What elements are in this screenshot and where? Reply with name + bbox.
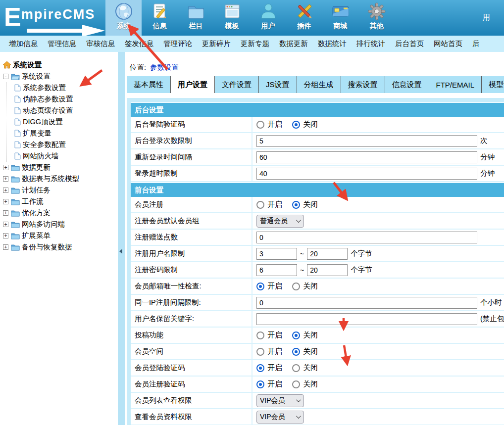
range-min-input[interactable] [256, 248, 297, 260]
menu-item[interactable]: 数据统计 [313, 39, 352, 48]
tree-folder-label: 系统设置 [22, 72, 50, 81]
tree-folder-collapsed[interactable]: +扩展菜单 [3, 230, 118, 241]
tab-模型设置[interactable]: 模型设置 [482, 76, 504, 93]
expand-node-icon[interactable]: + [3, 188, 8, 193]
chevron-down-icon [296, 218, 301, 223]
radio-关闭[interactable] [292, 380, 300, 388]
text-input[interactable] [256, 313, 477, 325]
tree-folder-collapsed[interactable]: +计划任务 [3, 185, 118, 196]
tree-folder-collapsed[interactable]: +数据表与系统模型 [3, 173, 118, 185]
menu-item[interactable]: 审核信息 [81, 39, 120, 48]
radio-option-label: 开启 [267, 331, 282, 340]
tree-leaf-item[interactable]: 伪静态参数设置 [6, 94, 118, 105]
nav-item-label: 信息 [153, 22, 167, 31]
text-input[interactable] [256, 297, 477, 309]
radio-关闭[interactable] [292, 364, 300, 372]
radio-开启[interactable] [256, 364, 264, 372]
nav-item[interactable]: 模板 [214, 0, 250, 36]
tree-root-label: 系统设置 [13, 60, 42, 70]
menu-item[interactable]: 排行统计 [352, 39, 390, 48]
tree-leaf-item[interactable]: 网站防火墙 [6, 150, 118, 162]
radio-关闭[interactable] [292, 201, 300, 209]
tab-基本属性[interactable]: 基本属性 [127, 76, 171, 93]
nav-item[interactable]: 信息 [142, 0, 178, 36]
tree-leaf-item[interactable]: 系统参数设置 [6, 82, 118, 94]
menu-item[interactable]: 更新碎片 [197, 39, 236, 48]
tab-信息设置[interactable]: 信息设置 [385, 76, 429, 93]
radio-开启[interactable] [256, 283, 264, 290]
tree-folder-open[interactable]: -系统设置 [3, 71, 118, 82]
text-input[interactable] [256, 168, 477, 180]
tree-folder-collapsed[interactable]: +数据更新 [3, 162, 118, 173]
tree-leaf-label: 系统参数设置 [23, 83, 66, 93]
radio-关闭[interactable] [292, 283, 300, 290]
row-value: 普通会员 [252, 213, 504, 229]
collapse-sidebar-icon[interactable] [119, 249, 122, 254]
radio-开启[interactable] [256, 331, 264, 339]
nav-item[interactable]: 插件 [286, 0, 322, 36]
menu-item[interactable]: 后 [467, 39, 485, 48]
range-max-input[interactable] [307, 248, 348, 260]
radio-option-label: 开启 [267, 282, 282, 291]
radio-开启[interactable] [256, 121, 264, 129]
expand-node-icon[interactable]: + [3, 210, 8, 216]
radio-开启[interactable] [256, 201, 264, 209]
tree-leaf-item[interactable]: 动态页缓存设置 [6, 105, 118, 116]
tab-分组生成[interactable]: 分组生成 [297, 76, 341, 93]
tree-root-item[interactable]: 系统设置 [3, 59, 118, 71]
range-min-input[interactable] [256, 264, 297, 276]
expand-node-icon[interactable]: + [3, 233, 8, 238]
tree-leaf-item[interactable]: 安全参数配置 [6, 139, 118, 150]
tree-folder-label: 数据表与系统模型 [22, 174, 79, 184]
menu-item[interactable]: 更新专题 [236, 39, 274, 48]
expand-node-icon[interactable]: + [3, 244, 8, 250]
expand-node-icon[interactable]: + [3, 199, 8, 204]
text-input[interactable] [256, 151, 477, 163]
select-dropdown[interactable]: 普通会员 [256, 215, 304, 228]
tree-leaf-item[interactable]: 扩展变量 [6, 128, 118, 139]
text-input[interactable] [256, 232, 477, 243]
collapse-node-icon[interactable]: - [3, 74, 8, 79]
expand-node-icon[interactable]: + [3, 222, 8, 227]
nav-item[interactable]: 其他 [358, 0, 395, 36]
menu-item[interactable]: 签发信息 [120, 39, 158, 48]
tab-用户设置[interactable]: 用户设置 [171, 76, 215, 93]
menu-item[interactable]: 管理评论 [158, 39, 197, 48]
expand-node-icon[interactable]: + [3, 176, 8, 182]
nav-item-label: 商城 [334, 22, 348, 31]
expand-node-icon[interactable]: + [3, 165, 8, 170]
tab-FTP/EMAIL[interactable]: FTP/EMAIL [429, 76, 482, 93]
nav-item-label: 用户 [261, 22, 275, 31]
nav-item[interactable]: 系统 [105, 0, 142, 36]
tab-JS设置[interactable]: JS设置 [259, 76, 297, 93]
nav-item[interactable]: 栏目 [178, 0, 214, 36]
menu-item[interactable]: 增加信息 [4, 39, 43, 48]
menu-item[interactable]: 网站首页 [429, 39, 467, 48]
select-dropdown[interactable]: VIP会员 [256, 394, 304, 407]
row-value: 开启关闭 [252, 344, 504, 359]
tree-folder-collapsed[interactable]: +网站多访问端 [3, 219, 118, 230]
tree-leaf-item[interactable]: DIGG顶设置 [6, 116, 118, 128]
tab-搜索设置[interactable]: 搜索设置 [341, 76, 385, 93]
radio-关闭[interactable] [292, 331, 300, 339]
range-max-input[interactable] [307, 264, 348, 276]
menu-item[interactable]: 管理信息 [43, 39, 81, 48]
tree-folder-collapsed[interactable]: +备份与恢复数据 [3, 241, 118, 253]
menu-item[interactable]: 后台首页 [390, 39, 429, 48]
sidebar-splitter[interactable] [118, 52, 125, 425]
select-dropdown[interactable]: VIP会员 [256, 411, 304, 424]
radio-option-label: 关闭 [303, 282, 318, 291]
nav-item[interactable]: 商城 [322, 0, 358, 36]
tree-folder-collapsed[interactable]: +优化方案 [3, 207, 118, 219]
radio-关闭[interactable] [292, 348, 300, 356]
tab-文件设置[interactable]: 文件设置 [215, 76, 259, 93]
radio-关闭[interactable] [292, 121, 300, 129]
tree-folder-collapsed[interactable]: +工作流 [3, 196, 118, 207]
menu-item[interactable]: 数据更新 [274, 39, 313, 48]
text-input[interactable] [256, 135, 477, 147]
nav-item[interactable]: 用户 [250, 0, 286, 36]
radio-option-label: 开启 [267, 379, 282, 389]
radio-开启[interactable] [256, 380, 264, 388]
radio-开启[interactable] [256, 348, 264, 356]
breadcrumb-link[interactable]: 参数设置 [150, 63, 179, 71]
